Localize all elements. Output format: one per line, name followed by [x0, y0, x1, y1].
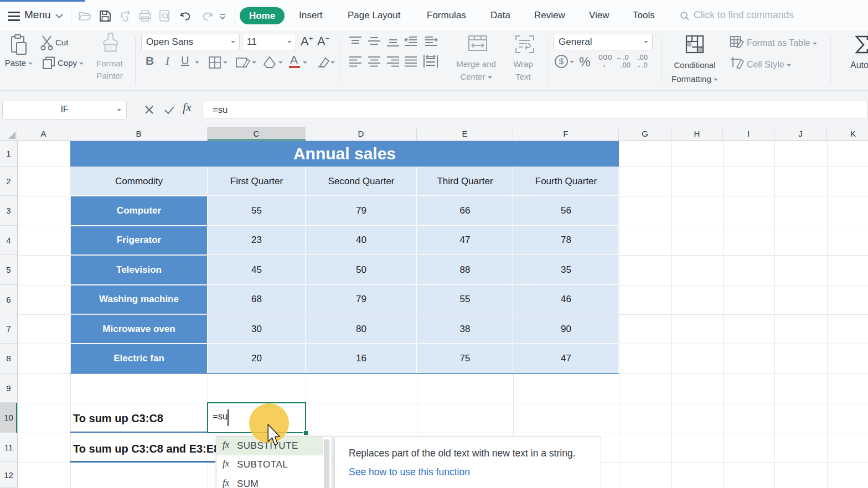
svg-text:$: $ — [559, 56, 564, 66]
